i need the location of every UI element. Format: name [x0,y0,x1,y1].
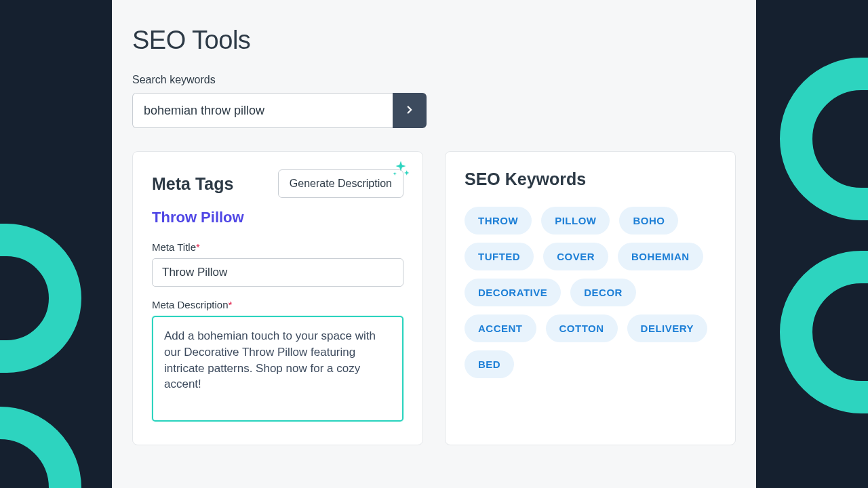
meta-title-input[interactable] [152,258,403,287]
keyword-chip[interactable]: COTTON [546,314,618,342]
keyword-chip[interactable]: BED [465,350,514,378]
generate-description-label: Generate Description [290,178,392,189]
keywords-panel-title: SEO Keywords [465,169,716,189]
sparkle-icon [391,159,411,182]
keywords-list: THROWPILLOWBOHOTUFTEDCOVERBOHEMIANDECORA… [465,207,716,378]
keyword-chip[interactable]: DELIVERY [627,314,707,342]
meta-description-label: Meta Description* [152,299,403,310]
keyword-chip[interactable]: DECORATIVE [465,279,561,306]
product-name: Throw Pillow [152,209,403,226]
bg-shape [0,224,81,373]
page-title: SEO Tools [132,26,736,55]
meta-tags-panel: Meta Tags Generate Description Throw Pil… [132,151,423,445]
generate-description-button[interactable]: Generate Description [278,169,403,198]
seo-keywords-panel: SEO Keywords THROWPILLOWBOHOTUFTEDCOVERB… [445,151,736,445]
keyword-chip[interactable]: DECOR [570,279,636,306]
keyword-chip[interactable]: THROW [465,207,532,235]
search-label: Search keywords [132,74,736,86]
keyword-chip[interactable]: COVER [543,243,608,270]
keyword-chip[interactable]: ACCENT [465,314,536,342]
search-row [132,93,427,128]
keyword-chip[interactable]: BOHO [619,207,678,235]
search-submit-button[interactable] [393,93,427,128]
search-input[interactable] [132,93,393,128]
chevron-right-icon [403,104,416,118]
keyword-chip[interactable]: TUFTED [465,243,534,270]
bg-shape [780,251,868,413]
bg-shape [780,58,868,220]
meta-title-label: Meta Title* [152,241,403,253]
keyword-chip[interactable]: BOHEMIAN [618,243,703,270]
keyword-chip[interactable]: PILLOW [541,207,610,235]
app-card: SEO Tools Search keywords Meta Tags Gene… [112,0,756,488]
meta-description-textarea[interactable] [152,316,403,422]
meta-panel-title: Meta Tags [152,174,233,194]
bg-shape [0,407,81,488]
